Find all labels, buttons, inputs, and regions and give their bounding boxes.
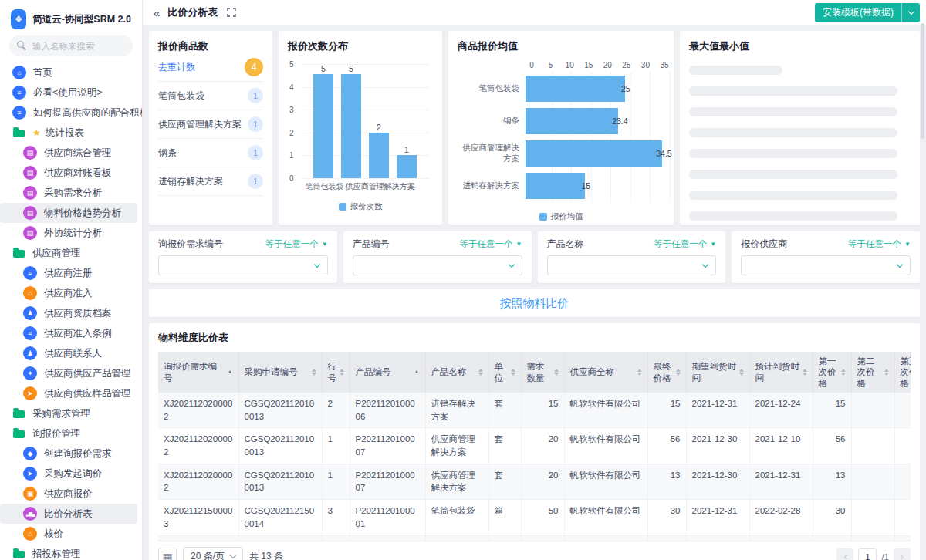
quote-count-row[interactable]: 笔筒包装袋1 — [158, 82, 263, 110]
filter-operator-button[interactable]: 等于任意一个▼ — [265, 238, 328, 250]
bar-chart-legend: 报价次数 — [288, 201, 433, 212]
table-cell: 30 — [647, 500, 686, 535]
count-badge: 1 — [248, 88, 263, 103]
fullscreen-icon[interactable] — [227, 8, 236, 17]
skeleton-row — [689, 191, 897, 200]
sidebar-item[interactable]: ♟供应商资质档案 — [0, 303, 137, 323]
sort-down-triangle — [511, 373, 515, 376]
sidebar-item[interactable]: ➤采购发起询价 — [0, 464, 137, 484]
current-page[interactable]: 1 — [858, 548, 877, 560]
sidebar-item[interactable]: ≡如何提高供应商的配合积极性? — [0, 103, 137, 123]
filter-select[interactable] — [353, 255, 522, 275]
sort-icon[interactable] — [312, 369, 316, 376]
sidebar-item[interactable]: ≡必看<使用说明> — [0, 83, 137, 103]
sort-icon[interactable] — [841, 369, 846, 376]
sidebar-item[interactable]: ▤外协统计分析 — [0, 223, 137, 243]
bars: 5521 — [302, 64, 428, 178]
search-input[interactable] — [32, 42, 125, 51]
sort-icon[interactable] — [803, 369, 807, 376]
sort-down-triangle — [803, 373, 807, 376]
sort-asc-icon[interactable]: ▲ — [414, 369, 420, 376]
column-header[interactable]: 预计到货时间 — [749, 352, 813, 393]
filter-select[interactable] — [158, 255, 328, 275]
sort-icon[interactable] — [884, 369, 889, 376]
column-settings-icon[interactable]: ▦ — [158, 548, 177, 560]
filter-operator-button[interactable]: 等于任意一个▼ — [654, 238, 716, 250]
prev-page-button[interactable]: ‹ — [836, 548, 853, 560]
sidebar-item[interactable]: 招投标管理 — [0, 544, 137, 560]
quote-product-count-card: 报价商品数 去重计数4笔筒包装袋1供应商管理解决方案1钢条1进销存解决方案1 — [149, 31, 272, 225]
sidebar-item[interactable]: ⌂核价 — [0, 524, 137, 544]
sidebar-item[interactable]: ➤供应商供应样品管理 — [0, 383, 137, 403]
sidebar-item[interactable]: ≡供应商注册 — [0, 263, 137, 283]
sort-icon[interactable] — [637, 369, 642, 376]
sidebar-item[interactable]: ⌂首页 — [0, 62, 137, 83]
filter-operator-button[interactable]: 等于任意一个▼ — [848, 238, 911, 250]
sidebar-item[interactable]: ▣供应商报价 — [0, 484, 137, 504]
table-cell: XJ2021120200002 — [158, 393, 238, 428]
column-header[interactable]: 采购申请编号 — [238, 352, 322, 393]
sort-icon[interactable] — [739, 369, 744, 376]
column-header[interactable]: 供应商全称 — [564, 352, 647, 393]
sidebar-item[interactable]: ▂▆▄比价分析表 — [0, 504, 137, 524]
page-size-select[interactable]: 20 条/页 — [183, 547, 243, 560]
collapse-sidebar-icon[interactable]: « — [154, 6, 160, 19]
column-header[interactable]: 单位 — [488, 352, 521, 393]
quote-count-row[interactable]: 钢条1 — [158, 139, 263, 167]
sort-icon[interactable] — [478, 369, 483, 376]
dashboard-icon: ▤ — [23, 186, 37, 200]
sidebar-item-label: 比价分析表 — [44, 508, 93, 521]
sidebar-item[interactable]: ▤供应商对账看板 — [0, 163, 137, 183]
bar-chart-x-labels: 笔筒包装袋供应商管理解决方案 — [302, 181, 428, 192]
filter-select[interactable] — [547, 255, 717, 275]
table-cell: 套 — [488, 428, 521, 464]
sidebar-item[interactable]: ♟供应商联系人 — [0, 343, 137, 363]
column-header[interactable]: 第一次价格 — [813, 352, 851, 393]
bar-value-label: 1 — [404, 145, 409, 154]
sidebar-item[interactable]: ≡供应商准入条例 — [0, 323, 137, 343]
filter-select[interactable] — [741, 255, 911, 275]
column-header[interactable]: 产品名称 — [425, 352, 488, 393]
table-wrap: 询报价需求编号▲采购申请编号行号产品编号▲产品名称单位需求数量供应商全称最终价格… — [158, 352, 911, 541]
column-header[interactable]: 询报价需求编号▲ — [158, 352, 238, 393]
sidebar-item[interactable]: 供应商管理 — [0, 243, 137, 263]
sort-icon[interactable] — [340, 369, 344, 376]
column-header[interactable]: 产品编号▲ — [350, 352, 425, 393]
sidebar-item[interactable]: ⌂供应商准入 — [0, 283, 137, 303]
filter-operator-button[interactable]: 等于任意一个▼ — [460, 238, 522, 250]
sidebar-item[interactable]: ▤采购需求分析 — [0, 183, 137, 203]
install-template-dropdown[interactable] — [901, 3, 920, 22]
quote-count-row[interactable]: 去重计数4 — [158, 53, 263, 82]
document-icon: ≡ — [23, 326, 37, 340]
column-header[interactable]: 最终价格 — [647, 352, 686, 393]
sort-icon[interactable] — [554, 369, 559, 376]
column-header[interactable]: 第三次价格 — [894, 352, 911, 393]
sidebar-search[interactable] — [9, 35, 133, 56]
column-header[interactable]: 需求数量 — [521, 352, 564, 393]
sidebar-item[interactable]: ▤供应商综合管理 — [0, 143, 137, 163]
bar-track: 34.5 — [526, 140, 664, 167]
sidebar-item[interactable]: ◆创建询报价需求 — [0, 444, 137, 464]
hbar-chart-rows: 笔筒包装袋25钢条23.4供应商管理解决方案34.5进销存解决方案15 — [458, 73, 664, 202]
sidebar-item[interactable]: 采购需求管理 — [0, 403, 137, 423]
sort-asc-icon[interactable]: ▲ — [228, 369, 233, 376]
sidebar-item[interactable]: 询报价管理 — [0, 423, 137, 444]
next-page-button[interactable]: › — [894, 548, 911, 560]
sidebar-item[interactable]: ★统计报表 — [0, 123, 137, 143]
sidebar-item[interactable]: ✦供应商供应产品管理 — [0, 363, 137, 383]
install-template-button[interactable]: 安装模板(带数据) — [815, 3, 920, 22]
quote-count-row[interactable]: 进销存解决方案1 — [158, 167, 263, 196]
column-header[interactable]: 第二次价格 — [851, 352, 894, 393]
sidebar-item-label: 如何提高供应商的配合积极性? — [33, 106, 142, 120]
bar-value-label: 25 — [621, 84, 630, 93]
column-header[interactable]: 行号 — [322, 352, 350, 393]
table-cell: XJ2021121500003 — [158, 500, 238, 535]
quote-product-count-title: 报价商品数 — [158, 39, 263, 53]
table-cell: 50 — [521, 500, 564, 535]
column-header[interactable]: 期望到货时间 — [686, 352, 749, 393]
sort-icon[interactable] — [676, 369, 681, 376]
page-scrollbar[interactable] — [921, 23, 924, 139]
quote-count-row[interactable]: 供应商管理解决方案1 — [158, 110, 263, 139]
sort-icon[interactable] — [511, 369, 515, 376]
sidebar-item[interactable]: ▤物料价格趋势分析 — [0, 203, 137, 223]
